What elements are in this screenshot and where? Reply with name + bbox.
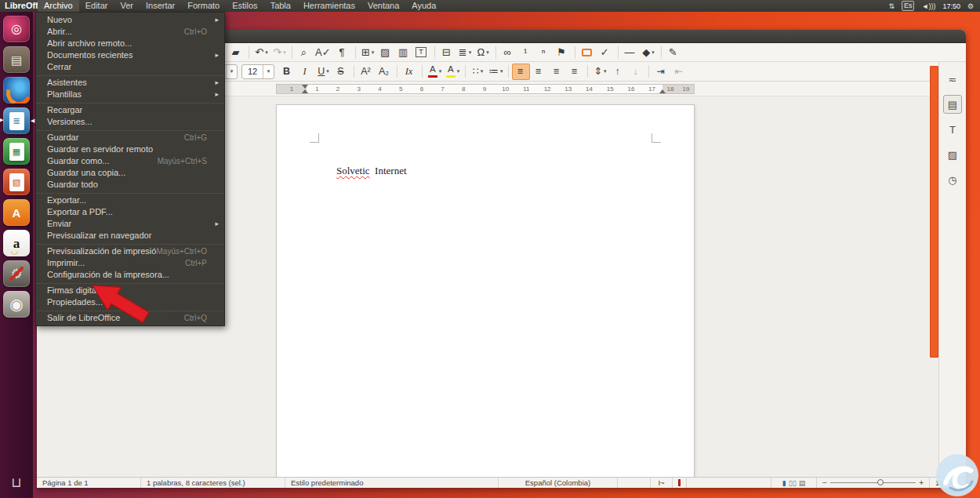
language-status[interactable]: Español (Colombia): [499, 478, 618, 488]
toolbar-icon[interactable]: [648, 65, 649, 78]
insert-hyperlink-icon[interactable]: ∞: [499, 44, 517, 60]
menu-item-guardar-copia[interactable]: Guardar una copia...: [36, 167, 224, 179]
zoom-slider-track[interactable]: [830, 482, 916, 483]
page-style-status[interactable]: Estilo predeterminado: [285, 478, 499, 488]
insert-line-icon[interactable]: —: [622, 44, 640, 60]
sidebar-navigator-icon[interactable]: ◷: [943, 170, 962, 189]
toolbar-icon[interactable]: [575, 46, 575, 59]
toolbar-icon[interactable]: [618, 46, 619, 59]
find-replace-icon[interactable]: ⌕: [296, 44, 314, 60]
zoom-slider-knob[interactable]: [877, 479, 884, 485]
dock-disc[interactable]: ◉: [3, 291, 30, 318]
insert-footnote-icon[interactable]: ¹: [517, 44, 535, 60]
menu-item-nuevo[interactable]: Nuevo ▸: [36, 14, 224, 26]
page-number-status[interactable]: Página 1 de 1: [37, 478, 141, 488]
italic-icon[interactable]: I: [296, 64, 314, 80]
toolbar-icon[interactable]: [465, 65, 466, 78]
dock-system-settings[interactable]: ⚙: [3, 260, 30, 287]
align-center-icon[interactable]: ≡: [530, 64, 548, 80]
menubar-menu[interactable]: Ayuda: [405, 0, 442, 12]
toolbar-icon[interactable]: [495, 46, 496, 59]
menu-item-previsualizacion-impresion[interactable]: Previsualización de impresión Mayús+Ctrl…: [36, 245, 224, 257]
formatting-marks-icon[interactable]: ¶: [334, 44, 352, 60]
menu-item-guardar[interactable]: Guardar Ctrl+G: [36, 132, 224, 144]
right-indent-marker[interactable]: [659, 89, 666, 93]
dock-files[interactable]: ▤: [3, 46, 30, 73]
font-size-combo[interactable]: 12 ▾: [241, 64, 274, 79]
menu-item-documentos-recientes[interactable]: Documentos recientes ▸: [36, 49, 224, 61]
menu-item-versiones[interactable]: Versiones...: [36, 116, 224, 128]
word-count-status[interactable]: 1 palabras, 8 caracteres (sel.): [141, 478, 285, 488]
menubar-menu[interactable]: Insertar: [140, 0, 181, 12]
menubar-menu[interactable]: Ver: [114, 0, 140, 12]
special-character-icon[interactable]: Ω▾: [474, 44, 492, 60]
zoom-out-icon[interactable]: −: [822, 478, 827, 487]
undo-icon[interactable]: ↶▾: [252, 44, 270, 60]
menu-item-enviar[interactable]: Enviar ▸: [36, 218, 224, 230]
zoom-in-icon[interactable]: +: [919, 478, 924, 487]
justify-icon[interactable]: ≡: [566, 64, 584, 80]
basic-shapes-icon[interactable]: ◆▾: [640, 44, 658, 60]
subscript-icon[interactable]: A₂: [376, 64, 394, 80]
dock-amazon[interactable]: a: [3, 230, 30, 256]
file-menu-item[interactable]: [37, 101, 223, 104]
menubar-menu[interactable]: Formato: [181, 0, 226, 12]
insert-table-icon[interactable]: ⊞▾: [359, 44, 377, 60]
document-page[interactable]: Solvetic Internet: [276, 104, 695, 477]
align-left-icon[interactable]: ≡: [512, 64, 530, 80]
document-modified-status[interactable]: [673, 478, 687, 488]
sidebar-settings-icon[interactable]: ≂: [943, 70, 962, 89]
font-color-icon[interactable]: A▾: [426, 64, 444, 80]
first-line-indent-marker[interactable]: [302, 85, 308, 89]
network-icon[interactable]: ⇅: [888, 2, 895, 10]
clock[interactable]: 17:50: [942, 2, 960, 10]
highlight-color-icon[interactable]: A▾: [444, 64, 462, 80]
toolbar-icon[interactable]: [508, 65, 509, 78]
volume-icon[interactable]: ◄))): [921, 2, 935, 10]
menu-item-configuracion-impresora[interactable]: Configuración de la impresora...: [36, 269, 224, 281]
dock-libreoffice-impress[interactable]: ▧: [3, 169, 30, 195]
insert-bookmark-icon[interactable]: ⚑: [554, 44, 572, 60]
draw-functions-icon[interactable]: ✎: [665, 44, 683, 60]
underline-icon[interactable]: U▾: [314, 64, 332, 80]
menubar-menu[interactable]: Tabla: [264, 0, 297, 12]
menu-item-abrir-remoto[interactable]: Abrir archivo remoto...: [36, 38, 224, 49]
menu-item-imprimir[interactable]: Imprimir... Ctrl+P: [36, 257, 224, 269]
numbering-icon[interactable]: ≔▾: [487, 64, 505, 80]
vertical-scrollbar[interactable]: [930, 66, 938, 358]
dock-ubuntu-software[interactable]: A: [3, 199, 30, 226]
clear-formatting-icon[interactable]: Ix: [401, 64, 419, 80]
left-indent-marker[interactable]: [302, 89, 308, 93]
dock-libreoffice-writer[interactable]: ≣: [3, 107, 30, 134]
menu-item-guardar-todo[interactable]: Guardar todo: [36, 179, 224, 191]
spelling-icon[interactable]: A✓: [314, 44, 334, 60]
superscript-icon[interactable]: A²: [358, 64, 376, 80]
insert-chart-icon[interactable]: ▥: [395, 44, 413, 60]
toolbar-icon[interactable]: [661, 46, 662, 59]
menu-item-recargar[interactable]: Recargar: [36, 104, 224, 116]
toolbar-icon[interactable]: [434, 46, 435, 59]
menu-item-exportar[interactable]: Exportar...: [36, 194, 224, 206]
session-gear-icon[interactable]: ⚙: [967, 2, 974, 10]
file-menu-item[interactable]: [37, 129, 223, 131]
view-multi-page-icon[interactable]: ▯▯: [789, 479, 797, 487]
menu-item-guardar-como[interactable]: Guardar como... Mayús+Ctrl+S: [36, 155, 224, 167]
insert-comment-icon[interactable]: [579, 44, 597, 60]
insert-textbox-icon[interactable]: T: [413, 44, 431, 60]
dock-ubuntu-dash[interactable]: ◎: [3, 16, 30, 42]
menubar-menu[interactable]: Estilos: [226, 0, 263, 12]
align-right-icon[interactable]: ≡: [548, 64, 566, 80]
menu-item-cerrar[interactable]: Cerrar: [36, 61, 224, 73]
bold-icon[interactable]: B: [278, 64, 296, 80]
menu-item-exportar-pdf[interactable]: Exportar a PDF...: [36, 206, 224, 218]
strikethrough-icon[interactable]: S: [332, 64, 350, 80]
sidebar-properties-icon[interactable]: ▤: [943, 95, 962, 114]
menubar-menu[interactable]: Archivo: [38, 0, 79, 12]
menubar-menu[interactable]: Ventana: [361, 0, 405, 12]
insert-endnote-icon[interactable]: ⁿ: [535, 44, 554, 60]
dock-firefox[interactable]: [3, 77, 30, 104]
toolbar-icon[interactable]: [587, 65, 588, 78]
clone-formatting-icon[interactable]: ▰: [227, 44, 245, 60]
menu-item-abrir[interactable]: Abrir... Ctrl+O: [36, 26, 224, 38]
selection-mode-status[interactable]: I~: [651, 478, 673, 488]
